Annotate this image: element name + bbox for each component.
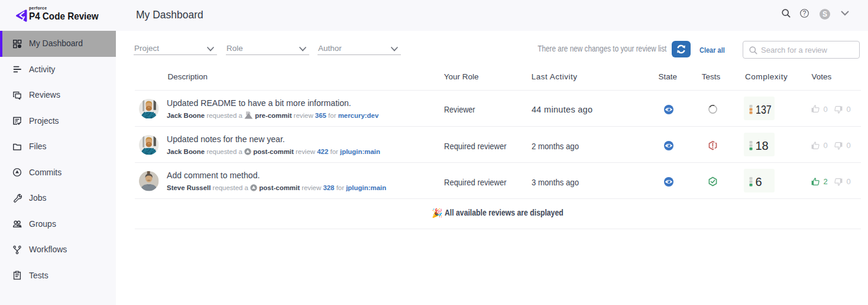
svg-text:?: ? — [803, 9, 807, 17]
